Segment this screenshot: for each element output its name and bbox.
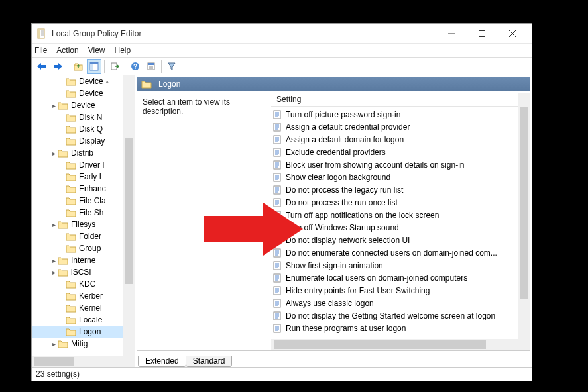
- tree-item[interactable]: Logon: [32, 326, 135, 338]
- help-button[interactable]: ?: [128, 59, 143, 74]
- tree-item-label: Kerber: [79, 291, 103, 301]
- svg-rect-107: [274, 324, 280, 332]
- forward-button[interactable]: [50, 59, 65, 74]
- tree-item[interactable]: File Sh: [32, 207, 135, 219]
- properties-button[interactable]: [144, 59, 158, 74]
- folder-icon: [66, 136, 76, 146]
- settings-list: Setting Turn off picture password sign-i…: [271, 93, 530, 350]
- svg-rect-19: [148, 63, 154, 65]
- tree-item[interactable]: ▸Filesys: [32, 219, 135, 230]
- tree-scrollbar-horizontal[interactable]: [32, 356, 123, 367]
- tree-item[interactable]: Driver I: [32, 159, 135, 171]
- filter-button[interactable]: [164, 59, 179, 74]
- tree-item[interactable]: ▸iSCSI: [32, 266, 135, 278]
- svg-rect-57: [274, 199, 280, 207]
- scrollbar-thumb[interactable]: [34, 357, 74, 366]
- setting-row[interactable]: Exclude credential providers: [271, 146, 518, 158]
- setting-row[interactable]: Do not process the run once list: [271, 196, 518, 209]
- tree-item[interactable]: ▸Distrib: [32, 147, 135, 159]
- maximize-button[interactable]: [467, 24, 497, 43]
- setting-row[interactable]: Turn off Windows Startup sound: [271, 221, 518, 234]
- tree-item[interactable]: Display: [32, 135, 135, 147]
- tree-item[interactable]: Device: [32, 87, 135, 99]
- tree-item[interactable]: Group: [32, 242, 135, 254]
- tree-item[interactable]: Locale: [32, 314, 135, 326]
- expand-icon[interactable]: ▸: [50, 340, 58, 348]
- setting-row[interactable]: Always use classic logon: [271, 297, 518, 309]
- status-bar: 23 setting(s): [32, 368, 532, 381]
- tree-item[interactable]: KDC: [32, 278, 135, 290]
- setting-label: Do not process the legacy run list: [286, 185, 403, 195]
- tree-item[interactable]: Folder: [32, 230, 135, 242]
- show-tree-button[interactable]: [87, 59, 101, 74]
- menubar: File Action View Help: [32, 44, 532, 57]
- policy-icon: [272, 122, 282, 132]
- up-button[interactable]: [71, 59, 86, 74]
- export-button[interactable]: [107, 59, 122, 74]
- setting-row[interactable]: Assign a default domain for logon: [271, 133, 518, 146]
- menu-file[interactable]: File: [34, 46, 47, 55]
- settings-scrollbar-vertical[interactable]: [518, 93, 530, 339]
- expand-icon[interactable]: ▸: [50, 150, 58, 157]
- tree-item[interactable]: Device▲: [32, 75, 135, 87]
- setting-row[interactable]: Do not display network selection UI: [271, 234, 518, 246]
- help-icon: ?: [131, 62, 140, 71]
- minimize-button[interactable]: [436, 24, 467, 43]
- setting-label: Assign a default domain for logon: [286, 135, 404, 144]
- setting-row[interactable]: Do not display the Getting Started welco…: [271, 309, 518, 322]
- tree-item-label: Logon: [79, 327, 101, 336]
- svg-rect-62: [274, 211, 280, 219]
- expand-icon[interactable]: ▸: [50, 102, 58, 109]
- setting-row[interactable]: Do not enumerate connected users on doma…: [271, 246, 518, 259]
- setting-row[interactable]: Assign a default credential provider: [271, 121, 518, 133]
- tree-item[interactable]: Disk Q: [32, 123, 135, 135]
- setting-row[interactable]: Show clear logon background: [271, 171, 518, 183]
- back-button[interactable]: [34, 59, 49, 74]
- settings-column-header[interactable]: Setting: [271, 93, 530, 107]
- tree-item-label: File Sh: [79, 208, 103, 217]
- tree-item[interactable]: File Cla: [32, 195, 135, 207]
- setting-row[interactable]: Enumerate local users on domain-joined c…: [271, 271, 518, 284]
- setting-row[interactable]: Block user from showing account details …: [271, 158, 518, 171]
- tree-item[interactable]: Disk N: [32, 111, 135, 123]
- tree-item[interactable]: ▸Mitig: [32, 338, 135, 350]
- tree-item[interactable]: Enhanc: [32, 183, 135, 195]
- tab-extended[interactable]: Extended: [138, 356, 186, 367]
- tree-item-label: KDC: [79, 279, 95, 289]
- expand-icon[interactable]: ▸: [50, 269, 58, 276]
- tab-standard[interactable]: Standard: [186, 356, 233, 367]
- tree-item[interactable]: Kernel: [32, 302, 135, 314]
- folder-icon: [58, 101, 68, 110]
- menu-view[interactable]: View: [88, 46, 105, 55]
- setting-row[interactable]: Run these programs at user logon: [271, 322, 518, 334]
- toolbar: ?: [32, 57, 532, 75]
- menu-action[interactable]: Action: [56, 46, 78, 55]
- expand-icon[interactable]: ▸: [50, 257, 58, 264]
- scrollbar-thumb[interactable]: [125, 138, 133, 284]
- tree-item-label: Display: [79, 136, 105, 146]
- settings-scrollbar-horizontal[interactable]: [271, 339, 518, 350]
- scrollbar-thumb[interactable]: [520, 107, 528, 299]
- tree-item[interactable]: Kerber: [32, 290, 135, 302]
- menu-help[interactable]: Help: [115, 46, 131, 55]
- folder-icon: [66, 208, 76, 217]
- expand-icon[interactable]: ▸: [50, 221, 58, 228]
- titlebar: Local Group Policy Editor: [32, 24, 532, 44]
- scrollbar-thumb[interactable]: [274, 340, 486, 349]
- tree-item[interactable]: ▸Device: [32, 99, 135, 111]
- details-body: Select an item to view its description. …: [137, 93, 530, 351]
- setting-row[interactable]: Turn off app notifications on the lock s…: [271, 209, 518, 221]
- setting-label: Do not enumerate connected users on doma…: [286, 248, 497, 258]
- setting-row[interactable]: Do not process the legacy run list: [271, 183, 518, 196]
- setting-row[interactable]: Hide entry points for Fast User Switchin…: [271, 284, 518, 297]
- tree-pane-icon: [89, 62, 99, 71]
- tree-item[interactable]: ▸Interne: [32, 254, 135, 266]
- tree-item[interactable]: Early L: [32, 171, 135, 183]
- close-button[interactable]: [497, 24, 528, 43]
- setting-row[interactable]: Show first sign-in animation: [271, 259, 518, 271]
- tree-scrollbar-vertical[interactable]: [123, 75, 135, 356]
- folder-icon: [58, 220, 68, 229]
- setting-label: Hide entry points for Fast User Switchin…: [286, 286, 430, 295]
- setting-row[interactable]: Turn off picture password sign-in: [271, 108, 518, 121]
- setting-label: Block user from showing account details …: [286, 160, 464, 170]
